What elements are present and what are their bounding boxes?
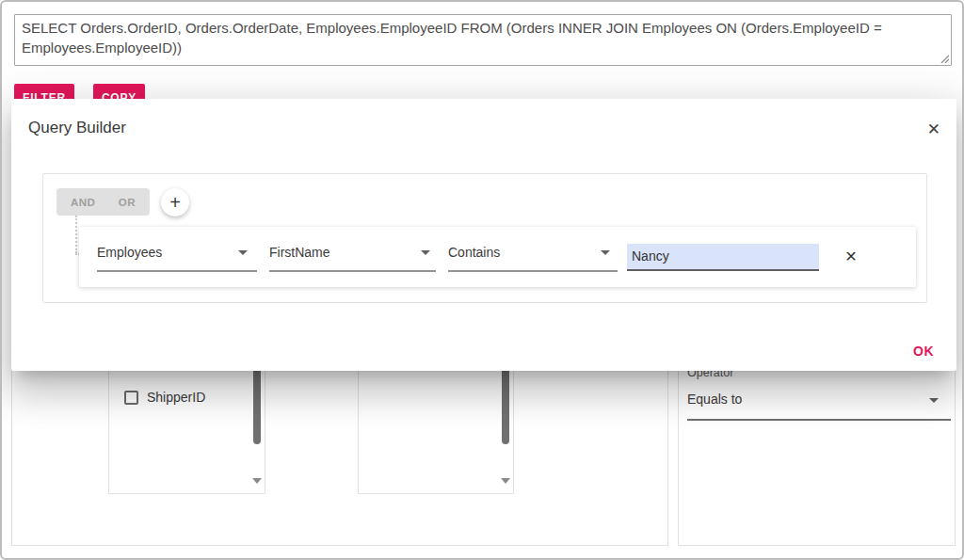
condition-group: AND OR + Employees FirstName Contains ✕	[42, 173, 927, 303]
add-condition-button[interactable]: +	[161, 188, 189, 216]
dialog-title: Query Builder	[28, 119, 126, 137]
query-builder-dialog: Query Builder ✕ AND OR + Employees First…	[11, 99, 956, 371]
operator-dropdown[interactable]: Contains	[448, 245, 500, 260]
scroll-down-arrow-icon[interactable]	[501, 478, 510, 484]
connector-line	[75, 216, 77, 253]
delete-rule-icon[interactable]: ✕	[842, 248, 860, 266]
chevron-down-icon[interactable]	[601, 250, 610, 255]
dropdown-underline	[97, 270, 257, 272]
list-item-shipperid[interactable]: ShipperID	[124, 390, 205, 405]
list-item-label: ShipperID	[147, 390, 205, 405]
value-input[interactable]	[627, 244, 819, 271]
or-button[interactable]: OR	[119, 197, 136, 208]
sql-output-wrap: SELECT Orders.OrderID, Orders.OrderDate,…	[14, 14, 952, 66]
chevron-down-icon[interactable]	[421, 250, 430, 255]
column-dropdown[interactable]: FirstName	[269, 245, 330, 260]
scroll-down-arrow-icon[interactable]	[252, 478, 262, 484]
checkbox-icon[interactable]	[124, 391, 138, 405]
dropdown-underline	[687, 419, 951, 421]
ok-button[interactable]: OK	[913, 344, 934, 359]
sql-output-textarea[interactable]: SELECT Orders.OrderID, Orders.OrderDate,…	[14, 14, 952, 66]
chevron-down-icon[interactable]	[929, 398, 939, 403]
and-or-toggle: AND OR	[56, 188, 150, 216]
rule-row: Employees FirstName Contains ✕	[79, 227, 916, 287]
dropdown-underline	[269, 270, 436, 272]
close-icon[interactable]: ✕	[927, 121, 940, 137]
and-button[interactable]: AND	[71, 197, 95, 208]
chevron-down-icon[interactable]	[238, 250, 248, 255]
query-builder-page: SELECT Orders.OrderID, Orders.OrderDate,…	[0, 0, 964, 560]
field-dropdown[interactable]: Employees	[97, 245, 162, 260]
operator-dropdown[interactable]: Equals to	[687, 392, 742, 407]
dropdown-underline	[448, 270, 618, 272]
